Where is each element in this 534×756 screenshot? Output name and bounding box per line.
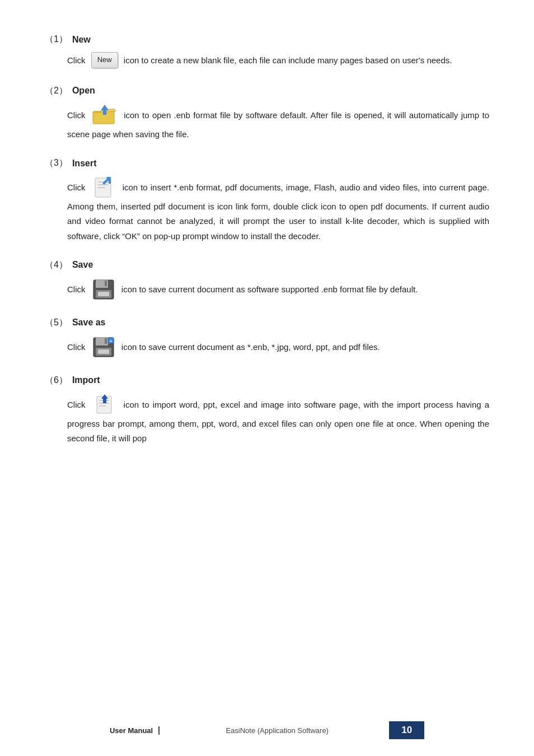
- open-icon: [92, 104, 118, 126]
- section-1-label: New: [72, 35, 91, 45]
- section-6-num: （6）: [45, 375, 68, 386]
- section-3-num: （3）: [45, 157, 68, 169]
- section-1-text-after: icon to create a new blank file, each fi…: [124, 55, 452, 65]
- section-2: （2） Open Click icon to open .enb format …: [45, 85, 489, 142]
- svg-rect-5: [97, 187, 105, 188]
- section-5-text-after: icon to save current document as *.enb, …: [121, 342, 380, 352]
- section-2-text-after: icon to open .enb format file by softwar…: [67, 110, 489, 139]
- saveas-icon: +: [91, 335, 116, 358]
- section-3: （3） Insert Click icon to insert *.enb fo…: [45, 157, 489, 244]
- section-6-text-before: Click: [67, 400, 86, 409]
- footer-manual-label: User Manual: [110, 726, 160, 735]
- section-1-body: Click New icon to create a new blank fil…: [67, 53, 489, 69]
- section-1: （1） New Click New icon to create a new b…: [45, 34, 489, 69]
- section-5-num: （5）: [45, 317, 68, 329]
- svg-rect-4: [97, 184, 109, 185]
- page-content: （1） New Click New icon to create a new b…: [0, 0, 534, 506]
- section-6-heading: （6） Import: [45, 375, 489, 386]
- svg-rect-16: [98, 349, 109, 354]
- footer-page-number: 10: [389, 721, 424, 739]
- section-6: （6） Import Click icon to import word, pp…: [45, 375, 489, 446]
- svg-rect-11: [98, 292, 109, 296]
- section-3-text-before: Click: [67, 183, 86, 192]
- section-4-heading: （4） Save: [45, 259, 489, 271]
- section-4-text-before: Click: [67, 284, 86, 294]
- section-4-label: Save: [72, 260, 93, 270]
- new-button-icon: New: [91, 52, 118, 68]
- section-5-body: Click + icon to save current document as…: [67, 337, 489, 359]
- section-5-label: Save as: [72, 318, 106, 328]
- section-2-body: Click icon to open .enb format file by s…: [67, 105, 489, 142]
- section-1-num: （1）: [45, 34, 68, 45]
- insert-icon: [92, 176, 116, 198]
- page-footer: User Manual EasiNote (Application Softwa…: [0, 721, 534, 739]
- section-2-label: Open: [72, 86, 95, 96]
- section-2-num: （2）: [45, 85, 68, 97]
- section-3-body: Click icon to insert *.enb format, pdf d…: [67, 177, 489, 244]
- section-4: （4） Save Click icon to save current docu…: [45, 259, 489, 301]
- section-3-text-after: icon to insert *.enb format, pdf documen…: [67, 183, 489, 241]
- section-3-label: Insert: [72, 158, 97, 169]
- svg-rect-9: [105, 281, 107, 286]
- section-1-text-before: Click: [67, 55, 86, 65]
- section-6-body: Click icon to import word, ppt, excel an…: [67, 394, 489, 446]
- section-6-label: Import: [72, 375, 100, 385]
- svg-text:+: +: [109, 339, 112, 344]
- section-4-text-after: icon to save current document as softwar…: [121, 284, 418, 294]
- save-icon: [91, 278, 116, 300]
- import-icon: [92, 393, 117, 416]
- section-5: （5） Save as Click + icon to save current…: [45, 317, 489, 359]
- section-5-text-before: Click: [67, 342, 86, 352]
- section-3-heading: （3） Insert: [45, 157, 489, 169]
- section-4-num: （4）: [45, 259, 68, 271]
- svg-rect-14: [105, 338, 107, 344]
- section-4-body: Click icon to save current document as s…: [67, 279, 489, 301]
- footer-app-label: EasiNote (Application Software): [165, 726, 389, 735]
- section-5-heading: （5） Save as: [45, 317, 489, 329]
- section-1-heading: （1） New: [45, 34, 489, 45]
- section-6-text-after: icon to import word, ppt, excel and imag…: [67, 400, 489, 443]
- section-2-heading: （2） Open: [45, 85, 489, 97]
- section-2-text-before: Click: [67, 110, 86, 120]
- new-icon: New: [91, 52, 118, 68]
- svg-rect-22: [99, 405, 106, 407]
